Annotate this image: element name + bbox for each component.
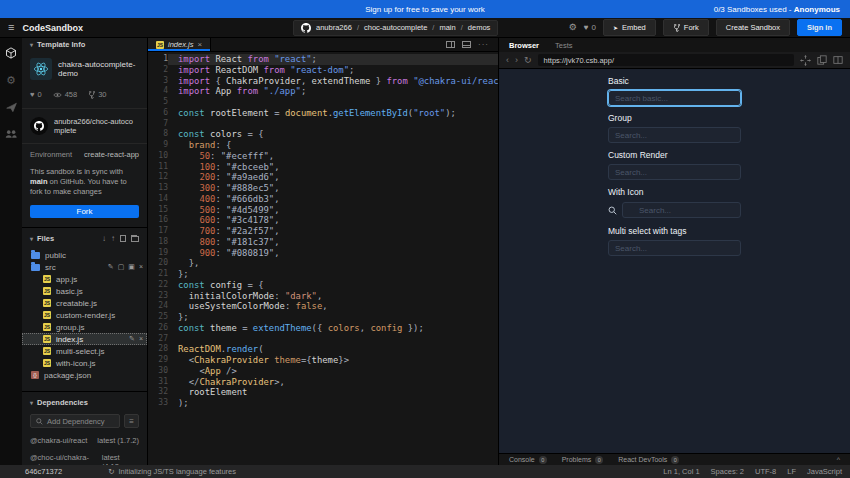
file-item-group.js[interactable]: JSgroup.js bbox=[22, 321, 147, 333]
code-line-20[interactable]: 20 }, bbox=[148, 258, 498, 269]
code-line-5[interactable]: 5 bbox=[148, 97, 498, 108]
edit-icon[interactable]: ✎ bbox=[129, 335, 135, 343]
repo-path[interactable]: demos bbox=[468, 23, 491, 32]
cursor-position[interactable]: Ln 1, Col 1 bbox=[663, 467, 699, 476]
hamburger-menu-icon[interactable]: ≡ bbox=[8, 22, 14, 33]
code-line-6[interactable]: 6const rootElement = document.getElement… bbox=[148, 108, 498, 119]
code-line-29[interactable]: 29 <ChakraProvider theme={theme}> bbox=[148, 355, 498, 366]
preferences-gear-icon[interactable]: ⚙ bbox=[569, 23, 577, 32]
code-line-2[interactable]: 2import ReactDOM from "react-dom"; bbox=[148, 65, 498, 76]
fork-button[interactable]: Fork bbox=[30, 205, 139, 218]
devtools-tab-console[interactable]: Console0 bbox=[509, 456, 547, 464]
search-input-group[interactable] bbox=[609, 131, 740, 140]
code-line-21[interactable]: 21}; bbox=[148, 269, 498, 280]
file-item-custom-render.js[interactable]: JScustom-render.js bbox=[22, 309, 147, 321]
code-area[interactable]: 1import React from "react";2import React… bbox=[148, 52, 498, 465]
search-input-custom-render[interactable] bbox=[609, 168, 740, 177]
new-file-icon[interactable]: ▢ bbox=[118, 263, 125, 271]
code-line-17[interactable]: 17 700: "#2a2f57", bbox=[148, 226, 498, 237]
upload-icon[interactable]: ↑ bbox=[111, 234, 115, 243]
tab-tests[interactable]: Tests bbox=[555, 41, 573, 50]
file-item-index.js[interactable]: JSindex.js✎× bbox=[22, 333, 147, 345]
eol[interactable]: LF bbox=[787, 467, 796, 476]
close-tab-icon[interactable]: × bbox=[197, 40, 202, 49]
forward-icon[interactable]: › bbox=[515, 56, 518, 65]
url-bar[interactable]: https://jvk70.csb.app/ bbox=[538, 54, 794, 66]
code-line-1[interactable]: 1import React from "react"; bbox=[148, 54, 498, 65]
close-icon[interactable]: × bbox=[139, 263, 143, 271]
code-line-27[interactable]: 27 bbox=[148, 334, 498, 345]
file-item-multi-select.js[interactable]: JSmulti-select.js bbox=[22, 345, 147, 357]
edit-icon[interactable]: ✎ bbox=[108, 263, 114, 271]
search-input-with-icon[interactable] bbox=[623, 206, 740, 215]
file-item-src[interactable]: src✎▢▣× bbox=[22, 261, 147, 273]
deployment-rocket-icon[interactable] bbox=[5, 101, 17, 113]
code-line-24[interactable]: 24 useSystemColorMode: false, bbox=[148, 301, 498, 312]
code-line-31[interactable]: 31 </ChakraProvider>, bbox=[148, 377, 498, 388]
file-item-package.json[interactable]: {}package.json bbox=[22, 369, 147, 381]
repo-branch[interactable]: main bbox=[439, 23, 455, 32]
code-line-9[interactable]: 9 brand: { bbox=[148, 140, 498, 151]
files-header[interactable]: ▾ Files ↓ ↑ bbox=[22, 232, 147, 245]
code-line-8[interactable]: 8const colors = { bbox=[148, 129, 498, 140]
dependency-row[interactable]: @choc-ui/chakra-autoc...latest (4.13... bbox=[22, 449, 147, 465]
tab-browser[interactable]: Browser bbox=[509, 41, 539, 50]
live-collaborators-icon[interactable] bbox=[5, 128, 17, 140]
codesandbox-logo[interactable]: CodeSandbox bbox=[22, 23, 83, 33]
download-icon[interactable]: ↓ bbox=[102, 234, 106, 243]
code-line-28[interactable]: 28ReactDOM.render( bbox=[148, 344, 498, 355]
file-item-app.js[interactable]: JSapp.js bbox=[22, 273, 147, 285]
sign-in-button[interactable]: Sign in bbox=[797, 19, 842, 36]
back-icon[interactable]: ‹ bbox=[506, 56, 509, 65]
code-line-32[interactable]: 32 rootElement bbox=[148, 387, 498, 398]
code-line-18[interactable]: 18 800: "#181c37", bbox=[148, 237, 498, 248]
dependency-menu-icon[interactable]: ≡ bbox=[124, 414, 139, 428]
file-item-public[interactable]: public bbox=[22, 249, 147, 261]
tab-index-js[interactable]: JS index.js × bbox=[148, 38, 211, 51]
code-line-19[interactable]: 19 900: "#080819", bbox=[148, 248, 498, 259]
indentation[interactable]: Spaces: 2 bbox=[711, 467, 744, 476]
template-info-header[interactable]: ▾ Template Info bbox=[22, 38, 147, 51]
language-mode[interactable]: JavaScript bbox=[807, 467, 842, 476]
code-line-26[interactable]: 26const theme = extendTheme({ colors, co… bbox=[148, 323, 498, 334]
add-dependency-input[interactable]: Add Dependency bbox=[30, 414, 120, 428]
code-line-22[interactable]: 22const config = { bbox=[148, 280, 498, 291]
repo-owner[interactable]: anubra266 bbox=[316, 23, 352, 32]
dependency-row[interactable]: @chakra-ui/reactlatest (1.7.2) bbox=[22, 432, 147, 449]
settings-gear-icon[interactable]: ⚙ bbox=[5, 74, 17, 86]
code-line-15[interactable]: 15 500: "#4d5499", bbox=[148, 205, 498, 216]
split-horizontal-icon[interactable] bbox=[462, 41, 471, 48]
like-button[interactable]: ♥0 bbox=[584, 23, 596, 32]
split-preview-icon[interactable] bbox=[833, 55, 843, 65]
file-item-basic.js[interactable]: JSbasic.js bbox=[22, 285, 147, 297]
code-line-4[interactable]: 4import App from "./app"; bbox=[148, 86, 498, 97]
code-line-16[interactable]: 16 600: "#3c4178", bbox=[148, 215, 498, 226]
new-folder-icon[interactable] bbox=[131, 236, 139, 242]
encoding[interactable]: UTF-8 bbox=[755, 467, 776, 476]
repo-breadcrumb[interactable]: anubra266/choc-autocomplete/main/demos bbox=[293, 20, 498, 36]
search-input-basic[interactable] bbox=[609, 94, 740, 103]
search-input-multi-select-with-tags[interactable] bbox=[609, 244, 740, 253]
code-line-23[interactable]: 23 initialColorMode: "dark", bbox=[148, 291, 498, 302]
fork-header-button[interactable]: Fork bbox=[663, 19, 709, 36]
code-line-33[interactable]: 33); bbox=[148, 398, 498, 409]
code-line-11[interactable]: 11 100: "#cbceeb", bbox=[148, 162, 498, 173]
more-options-icon[interactable]: ··· bbox=[478, 40, 489, 49]
code-line-13[interactable]: 13 300: "#888ec5", bbox=[148, 183, 498, 194]
code-line-25[interactable]: 25}; bbox=[148, 312, 498, 323]
expand-console-icon[interactable]: ^ bbox=[837, 456, 840, 463]
create-sandbox-button[interactable]: Create Sandbox bbox=[716, 19, 790, 36]
github-repo-name[interactable]: anubra266/choc-autocomplete bbox=[54, 117, 139, 135]
repo-name[interactable]: choc-autocomplete bbox=[364, 23, 427, 32]
signup-banner[interactable]: Sign up for free to save your work 0/3 S… bbox=[0, 0, 850, 18]
embed-button[interactable]: ➤Embed bbox=[603, 19, 656, 36]
code-line-10[interactable]: 10 50: "#ecefff", bbox=[148, 151, 498, 162]
code-line-12[interactable]: 12 200: "#a9aed6", bbox=[148, 172, 498, 183]
code-line-30[interactable]: 30 <App /> bbox=[148, 366, 498, 377]
code-line-3[interactable]: 3import { ChakraProvider, extendTheme } … bbox=[148, 76, 498, 87]
close-icon[interactable]: × bbox=[139, 335, 143, 343]
refresh-icon[interactable]: ↻ bbox=[524, 56, 532, 65]
open-new-window-icon[interactable] bbox=[817, 55, 827, 65]
file-item-with-icon.js[interactable]: JSwith-icon.js bbox=[22, 357, 147, 369]
dependencies-header[interactable]: ▾ Dependencies bbox=[22, 396, 147, 409]
